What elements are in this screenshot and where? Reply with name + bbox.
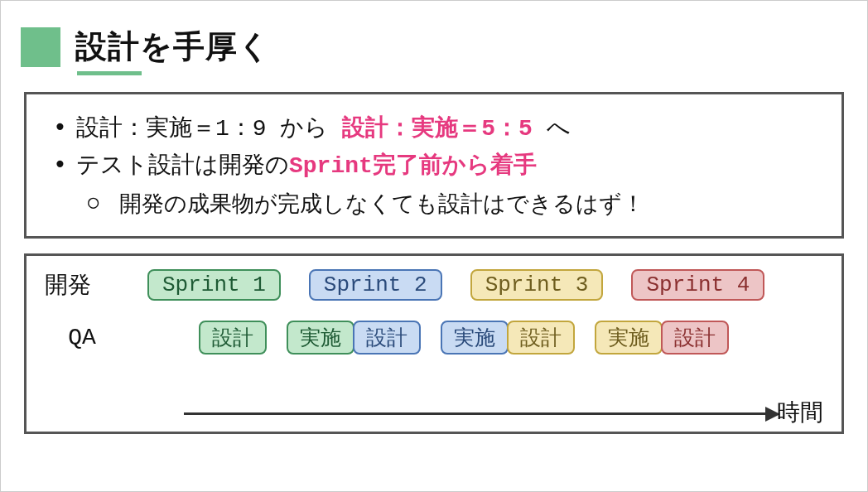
qa-design-3: 設計 bbox=[507, 321, 575, 355]
qa-exec-1: 実施 bbox=[287, 321, 354, 355]
title-accent-square bbox=[21, 27, 60, 67]
sprint-2: Sprint 2 bbox=[309, 269, 442, 301]
qa-group-4: 実施 設計 bbox=[595, 321, 729, 355]
bullet-2-sublist: 開発の成果物が完成しなくても設計はできるはず！ bbox=[76, 186, 822, 221]
qa-exec-2: 実施 bbox=[441, 321, 509, 355]
dev-lane-label: 開発 bbox=[45, 269, 119, 301]
sprint-3: Sprint 3 bbox=[470, 269, 604, 301]
title-underline bbox=[77, 71, 142, 75]
slide-title: 設計を手厚く bbox=[75, 26, 271, 68]
bullet-1: 設計：実施＝1：9 から 設計：実施＝5：5 へ bbox=[46, 109, 822, 147]
bullet-1-pre: 設計：実施＝1：9 から bbox=[76, 116, 342, 142]
time-arrow bbox=[184, 407, 780, 422]
sprint-row: Sprint 1 Sprint 2 Sprint 3 Sprint 4 bbox=[147, 269, 764, 301]
qa-exec-3: 実施 bbox=[595, 321, 663, 355]
timeline-diagram: 開発 Sprint 1 Sprint 2 Sprint 3 Sprint 4 Q… bbox=[24, 253, 844, 434]
qa-design-2: 設計 bbox=[353, 321, 421, 355]
qa-row: 設計 実施 設計 実施 設計 実施 設計 bbox=[199, 321, 729, 355]
qa-group-2: 実施 設計 bbox=[287, 321, 421, 355]
bullet-1-emph: 設計：実施＝5：5 bbox=[342, 116, 533, 142]
bullet-2-pre: テスト設計は開発の bbox=[76, 151, 289, 178]
qa-group-3: 実施 設計 bbox=[441, 321, 575, 355]
bullet-2-sub: 開発の成果物が完成しなくても設計はできるはず！ bbox=[76, 186, 822, 221]
bullet-list: 設計：実施＝1：9 から 設計：実施＝5：5 へ テスト設計は開発のSprint… bbox=[46, 109, 822, 221]
bullets-box: 設計：実施＝1：9 から 設計：実施＝5：5 へ テスト設計は開発のSprint… bbox=[24, 92, 844, 239]
sprint-1: Sprint 1 bbox=[147, 269, 281, 301]
slide-title-row: 設計を手厚く bbox=[21, 26, 847, 68]
time-axis-label: 時間 bbox=[777, 397, 823, 428]
dev-lane: 開発 Sprint 1 Sprint 2 Sprint 3 Sprint 4 bbox=[45, 269, 823, 301]
qa-lane-label: QA bbox=[45, 325, 119, 350]
qa-group-1: 設計 bbox=[199, 321, 267, 355]
qa-design-4: 設計 bbox=[661, 321, 729, 355]
bullet-2: テスト設計は開発のSprint完了前から着手 開発の成果物が完成しなくても設計は… bbox=[46, 147, 822, 220]
bullet-2-emph: Sprint完了前から着手 bbox=[289, 153, 537, 179]
bullet-1-post: へ bbox=[533, 116, 571, 142]
sprint-4: Sprint 4 bbox=[631, 269, 764, 301]
qa-design-1: 設計 bbox=[199, 321, 267, 355]
arrow-line bbox=[184, 412, 765, 415]
qa-lane: QA 設計 実施 設計 実施 設計 実施 設計 bbox=[45, 321, 823, 355]
